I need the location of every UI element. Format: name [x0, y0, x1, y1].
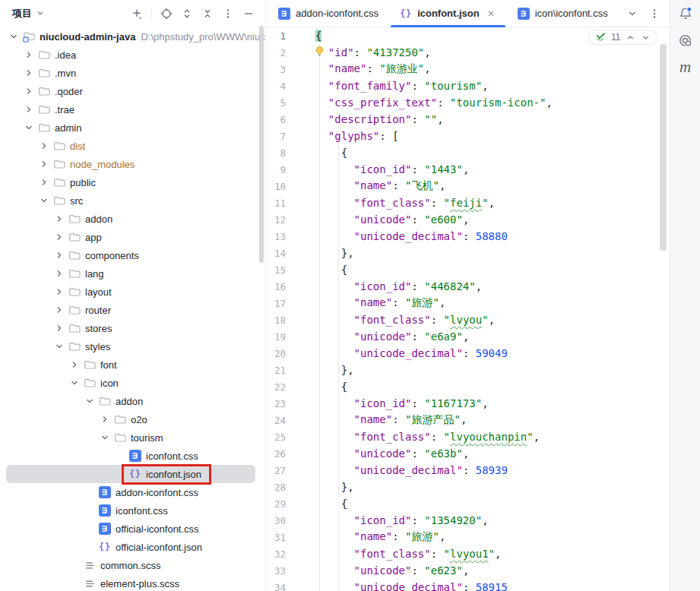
tree-item-iconfont-css[interactable]: iconfont.css: [0, 447, 265, 465]
code-line-15[interactable]: 15 {: [266, 261, 670, 278]
chevron-down-icon[interactable]: [8, 30, 20, 43]
tree-item--qoder[interactable]: .qoder: [0, 82, 265, 100]
chevron-right-icon[interactable]: [23, 85, 35, 97]
chevron-right-icon[interactable]: [38, 140, 50, 152]
code-line-33[interactable]: 33 "unicode": "e623",: [266, 562, 670, 579]
tree-item-element-plus-scss[interactable]: element-plus.scss: [0, 574, 265, 591]
code-editor[interactable]: 1{2 "id": "4137250",3 "name": "旅游业",4 "f…: [266, 27, 670, 591]
next-problem-icon[interactable]: [640, 32, 651, 43]
chevron-down-icon[interactable]: [84, 395, 96, 407]
tree-item-icon[interactable]: icon: [0, 374, 265, 392]
tree-item-official-iconfont-css[interactable]: official-iconfont.css: [0, 520, 265, 538]
tab-addon-iconfont-css[interactable]: addon-iconfont.css: [268, 0, 389, 27]
code-line-22[interactable]: 22 {: [266, 378, 670, 395]
tree-item-addon[interactable]: addon: [0, 210, 265, 228]
chevron-right-icon[interactable]: [38, 176, 50, 188]
inspections-widget[interactable]: 11: [588, 30, 657, 45]
chevron-right-icon[interactable]: [99, 413, 111, 425]
code-line-2[interactable]: 2 "id": "4137250",: [266, 44, 670, 61]
code-line-30[interactable]: 30 "icon_id": "1354920",: [266, 512, 670, 529]
code-line-16[interactable]: 16 "icon_id": "446824",: [266, 278, 670, 295]
chevron-right-icon[interactable]: [53, 304, 65, 316]
code-line-3[interactable]: 3 "name": "旅游业",: [266, 61, 670, 77]
code-line-29[interactable]: 29 {: [266, 495, 670, 512]
code-line-28[interactable]: 28 },: [266, 479, 670, 495]
ai-assistant-icon[interactable]: [678, 33, 693, 48]
code-line-13[interactable]: 13 "unicode_decimal": 58880: [266, 228, 670, 245]
code-line-18[interactable]: 18 "font_class": "lvyou",: [266, 311, 670, 328]
chevron-right-icon[interactable]: [23, 67, 35, 79]
locate-opened-file-icon[interactable]: [160, 8, 173, 20]
code-line-31[interactable]: 31 "name": "旅游",: [266, 529, 670, 545]
tree-item-addon[interactable]: addon: [0, 392, 265, 410]
code-line-10[interactable]: 10 "name": "飞机",: [266, 178, 670, 194]
tree-item--mvn[interactable]: .mvn: [0, 64, 265, 82]
tab-list-chevron-icon[interactable]: [626, 8, 638, 20]
chevron-right-icon[interactable]: [53, 322, 65, 334]
code-line-32[interactable]: 32 "font_class": "lvyou1",: [266, 545, 670, 562]
chevron-right-icon[interactable]: [53, 249, 65, 261]
tree-item-admin[interactable]: admin: [0, 119, 265, 137]
chevron-down-icon[interactable]: [99, 431, 111, 444]
code-line-7[interactable]: 7 "glyphs": [: [266, 128, 670, 144]
chevron-right-icon[interactable]: [38, 158, 50, 170]
tree-item--idea[interactable]: .idea: [0, 46, 265, 64]
tree-item-node-modules[interactable]: node_modules: [0, 155, 265, 173]
close-tab-icon[interactable]: [486, 8, 496, 19]
code-line-34[interactable]: 34 "unicode_decimal": 58915: [266, 579, 670, 591]
code-line-4[interactable]: 4 "font_family": "tourism",: [266, 77, 670, 94]
tree-item-addon-iconfont-css[interactable]: addon-iconfont.css: [0, 483, 265, 501]
tree-item-official-iconfont-json[interactable]: {}official-iconfont.json: [0, 538, 265, 556]
code-line-27[interactable]: 27 "unicode_decimal": 58939: [266, 462, 670, 479]
tree-item-public[interactable]: public: [0, 173, 265, 191]
code-line-11[interactable]: 11 "font_class": "feiji",: [266, 194, 670, 211]
tree-item-font[interactable]: font: [0, 356, 265, 374]
tree-item-styles[interactable]: styles: [0, 337, 265, 356]
tree-item-common-scss[interactable]: common.scss: [0, 556, 265, 574]
code-line-23[interactable]: 23 "icon_id": "1167173",: [266, 395, 670, 412]
tree-item-dist[interactable]: dist: [0, 137, 265, 155]
code-line-12[interactable]: 12 "unicode": "e600",: [266, 211, 670, 228]
chevron-right-icon[interactable]: [53, 231, 65, 243]
tree-item-app[interactable]: app: [0, 228, 265, 246]
tab-options-icon[interactable]: [648, 8, 660, 20]
chevron-right-icon[interactable]: [23, 103, 35, 115]
code-line-5[interactable]: 5 "css_prefix_text": "tourism-icon-",: [266, 94, 670, 111]
tree-item-layout[interactable]: layout: [0, 283, 265, 301]
editor-scrollbar-thumb[interactable]: [660, 44, 667, 251]
add-icon[interactable]: [131, 8, 143, 20]
chevron-right-icon[interactable]: [53, 286, 65, 298]
tree-item-niucloud-admin-java[interactable]: niucloud-admin-javaD:\phpstudy_pro\WWW\n…: [0, 27, 265, 46]
notifications-bell-icon[interactable]: [678, 6, 693, 21]
code-line-24[interactable]: 24 "name": "旅游产品",: [266, 412, 670, 428]
chevron-right-icon[interactable]: [53, 267, 65, 280]
code-line-21[interactable]: 21 },: [266, 362, 670, 378]
chevron-right-icon[interactable]: [68, 359, 81, 371]
code-line-20[interactable]: 20 "unicode_decimal": 59049: [266, 345, 670, 362]
tree-item-src[interactable]: src: [0, 191, 265, 210]
code-line-17[interactable]: 17 "name": "旅游",: [266, 295, 670, 311]
code-line-9[interactable]: 9 "icon_id": "1443",: [266, 161, 670, 178]
more-options-icon[interactable]: [222, 8, 234, 20]
tab-iconfont-json[interactable]: {}iconfont.json: [389, 0, 507, 27]
tree-item-components[interactable]: components: [0, 246, 265, 264]
code-line-26[interactable]: 26 "unicode": "e63b",: [266, 445, 670, 462]
chevron-down-icon[interactable]: [38, 194, 50, 207]
code-line-14[interactable]: 14 },: [266, 245, 670, 261]
chevron-down-icon[interactable]: [53, 340, 65, 352]
collapse-all-icon[interactable]: [201, 8, 214, 20]
chevron-right-icon[interactable]: [23, 49, 35, 61]
tree-item--trae[interactable]: .trae: [0, 100, 265, 119]
tree-scrollbar-thumb[interactable]: [259, 26, 264, 263]
code-line-6[interactable]: 6 "description": "",: [266, 111, 670, 128]
tab-icon-iconfont-css[interactable]: icon\iconfont.css: [507, 0, 619, 27]
chevron-right-icon[interactable]: [53, 213, 65, 225]
tree-item-stores[interactable]: stores: [0, 319, 265, 337]
tree-item-o2o[interactable]: o2o: [0, 410, 265, 428]
tree-item-router[interactable]: router: [0, 301, 265, 319]
chevron-down-icon[interactable]: [68, 377, 81, 389]
maven-icon[interactable]: m: [678, 59, 693, 74]
project-panel-title-dropdown[interactable]: 项目: [12, 7, 46, 21]
tree-item-iconfont-css[interactable]: iconfont.css: [0, 501, 265, 520]
code-line-25[interactable]: 25 "font_class": "lvyouchanpin",: [266, 428, 670, 445]
